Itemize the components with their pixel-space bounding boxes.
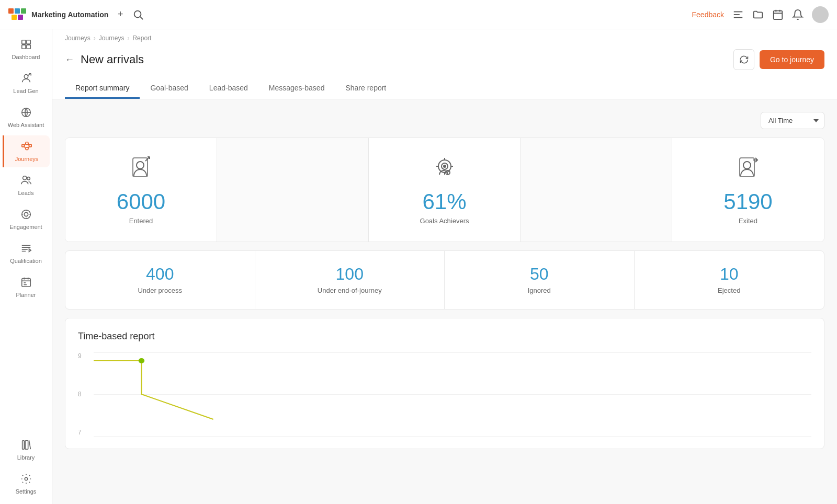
calendar-icon-button[interactable] <box>772 9 784 20</box>
chart-area: 9 8 7 <box>78 352 811 436</box>
sidebar-item-engagement[interactable]: Engagement <box>3 203 50 235</box>
sidebar-label-leads: Leads <box>18 190 34 196</box>
svg-rect-48 <box>25 441 28 450</box>
svg-line-31 <box>24 146 26 148</box>
stat-card-empty-1 <box>217 138 369 242</box>
page-title-left: ← New arrivals <box>65 53 144 66</box>
user-avatar[interactable] <box>812 6 829 23</box>
page-actions: Go to journey <box>733 49 824 70</box>
sidebar-item-dashboard[interactable]: Dashboard <box>3 33 50 65</box>
svg-rect-63 <box>740 158 754 177</box>
list-icon-button[interactable] <box>732 9 744 20</box>
planner-icon <box>20 277 32 290</box>
svg-line-30 <box>28 146 29 148</box>
stat-number-goals: 61% <box>422 191 466 213</box>
back-button[interactable]: ← <box>65 54 74 65</box>
stat-number-under-end-of-journey: 100 <box>336 266 364 282</box>
sidebar-label-web-assistant: Web Assistant <box>8 122 44 128</box>
main-content: Journeys › Journeys › Report ← New arriv… <box>52 29 837 504</box>
tab-share-report[interactable]: Share report <box>335 78 397 99</box>
notification-icon-button[interactable] <box>792 9 804 20</box>
sidebar-label-library: Library <box>17 454 35 461</box>
layout: Dashboard Lead Gen Web Assistant <box>0 29 837 504</box>
content-body: All Time Last 7 days Last 30 days Custom <box>52 99 837 462</box>
svg-rect-2 <box>21 8 26 14</box>
time-based-report: Time-based report 9 8 7 <box>65 318 824 449</box>
tab-goal-based[interactable]: Goal-based <box>140 78 198 99</box>
journeys-icon <box>21 141 32 154</box>
web-assistant-icon <box>20 107 32 120</box>
sidebar-item-web-assistant[interactable]: Web Assistant <box>3 101 50 133</box>
sidebar-label-settings: Settings <box>16 488 37 495</box>
stat-label-under-process: Under process <box>138 287 182 294</box>
stat-number-exited: 5190 <box>723 191 772 213</box>
tab-report-summary[interactable]: Report summary <box>65 78 140 99</box>
svg-line-29 <box>28 143 29 146</box>
stat-number-ignored: 50 <box>530 266 549 282</box>
goal-icon <box>432 155 457 185</box>
refresh-button[interactable] <box>733 49 754 70</box>
svg-rect-25 <box>26 142 28 145</box>
sidebar-label-planner: Planner <box>16 292 36 298</box>
svg-line-6 <box>140 17 143 19</box>
stat-label-exited: Exited <box>739 217 757 225</box>
dashboard-icon <box>20 39 32 52</box>
svg-point-33 <box>27 177 30 180</box>
goto-journey-button[interactable]: Go to journey <box>760 50 824 69</box>
svg-point-18 <box>24 75 28 78</box>
breadcrumb-item-2[interactable]: Journeys <box>99 35 125 42</box>
svg-point-51 <box>137 162 144 169</box>
svg-rect-0 <box>8 8 14 14</box>
svg-rect-15 <box>26 40 30 44</box>
stat-card-goals: 61% Goals Achievers <box>369 138 521 242</box>
engagement-icon <box>20 209 32 222</box>
grid-line-3 <box>94 436 811 437</box>
sidebar-label-qualification: Qualification <box>10 258 42 264</box>
svg-rect-1 <box>15 8 20 14</box>
sidebar-item-planner[interactable]: Planner <box>3 271 50 303</box>
svg-point-34 <box>24 212 28 216</box>
sidebar: Dashboard Lead Gen Web Assistant <box>0 29 52 504</box>
breadcrumb-sep-2: › <box>127 35 129 42</box>
folder-icon-button[interactable] <box>752 9 764 20</box>
stat-card-ejected: 10 Ejected <box>635 251 824 309</box>
app-name: Marketing Automation <box>31 10 108 19</box>
zoho-logo <box>8 8 27 21</box>
feedback-link[interactable]: Feedback <box>692 10 724 19</box>
time-filter-select[interactable]: All Time Last 7 days Last 30 days Custom <box>761 112 824 129</box>
svg-rect-4 <box>18 15 23 20</box>
breadcrumb-item-1[interactable]: Journeys <box>65 35 91 42</box>
stat-number-entered: 6000 <box>117 191 165 213</box>
search-button[interactable] <box>132 9 144 20</box>
sidebar-label-dashboard: Dashboard <box>12 54 40 60</box>
sidebar-item-lead-gen[interactable]: Lead Gen <box>3 67 50 99</box>
breadcrumb-sep-1: › <box>94 35 96 42</box>
svg-rect-26 <box>29 144 32 147</box>
refresh-icon <box>739 55 749 64</box>
sidebar-item-leads[interactable]: Leads <box>3 169 50 201</box>
topbar-right: Feedback <box>692 6 829 23</box>
svg-point-49 <box>25 477 28 480</box>
svg-point-5 <box>134 10 141 17</box>
stat-card-under-process: 400 Under process <box>65 251 255 309</box>
sidebar-item-settings[interactable]: Settings <box>3 468 50 500</box>
svg-point-32 <box>22 176 26 180</box>
stat-label-entered: Entered <box>129 217 153 225</box>
stats-row-1: 6000 Entered <box>65 138 824 242</box>
tab-messages-based[interactable]: Messages-based <box>258 78 335 99</box>
svg-point-66 <box>139 358 144 363</box>
stat-label-goals: Goals Achievers <box>420 217 469 225</box>
sidebar-item-journeys[interactable]: Journeys <box>3 135 50 167</box>
sidebar-item-qualification[interactable]: Qualification <box>3 237 50 269</box>
add-button[interactable]: + <box>115 9 126 20</box>
time-filter-row: All Time Last 7 days Last 30 days Custom <box>65 112 824 129</box>
topbar: Marketing Automation + Feedback <box>0 0 837 29</box>
chart-line-svg <box>94 352 811 436</box>
breadcrumb-item-3: Report <box>132 35 151 42</box>
stat-label-under-end-of-journey: Under end-of-journey <box>318 287 382 294</box>
sidebar-item-library[interactable]: Library <box>3 434 50 466</box>
stat-card-entered: 6000 Entered <box>65 138 217 242</box>
leads-icon <box>20 175 32 188</box>
svg-rect-10 <box>774 10 783 19</box>
tab-lead-based[interactable]: Lead-based <box>199 78 258 99</box>
